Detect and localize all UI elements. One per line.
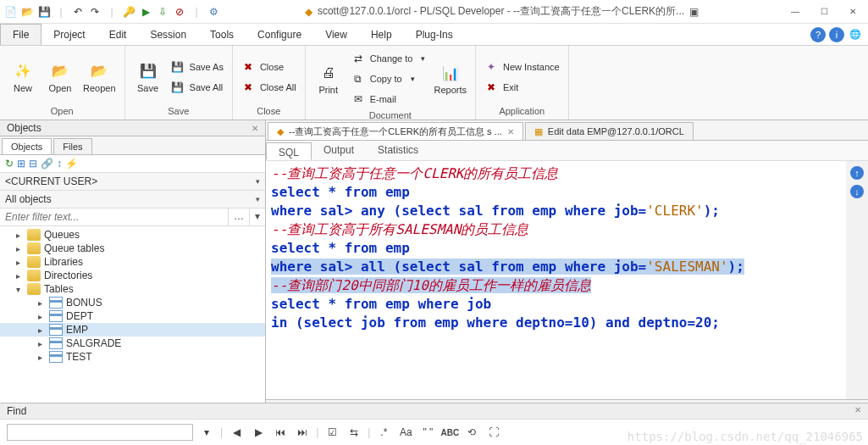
table-icon xyxy=(49,297,63,309)
reports-icon: 📊 xyxy=(440,63,461,83)
tab-files[interactable]: Files xyxy=(53,138,91,154)
find-input[interactable] xyxy=(7,424,193,441)
table-icon xyxy=(49,310,63,322)
web-icon[interactable]: 🌐 xyxy=(848,27,863,42)
highlight-all-icon[interactable]: ☑ xyxy=(323,426,340,439)
save-all-button[interactable]: 💾Save All xyxy=(171,78,224,97)
objects-close[interactable]: ✕ xyxy=(252,124,258,133)
help-icon[interactable]: ? xyxy=(810,27,826,42)
email-button[interactable]: ✉E-mail xyxy=(351,90,426,108)
menu-file[interactable]: File xyxy=(0,24,41,45)
reopen-button[interactable]: 📂Reopen xyxy=(83,61,116,93)
qa-icon-rollback[interactable]: ⊘ xyxy=(173,5,186,19)
target-icon[interactable]: ⛶ xyxy=(485,426,502,439)
word-icon[interactable]: ABC xyxy=(441,426,458,439)
object-tree[interactable]: ▸Queues ▸Queue tables ▸Libraries ▸Direct… xyxy=(0,226,265,420)
subtab-statistics[interactable]: Statistics xyxy=(366,141,430,160)
change-icon: ⇄ xyxy=(351,52,365,65)
qa-icon-save[interactable]: 💾 xyxy=(37,5,51,19)
filter-dropdown[interactable]: ▾ xyxy=(249,209,265,225)
tree-node-directories[interactable]: ▸Directories xyxy=(0,269,265,282)
menu-plugins[interactable]: Plug-Ins xyxy=(404,24,465,45)
find-last[interactable]: ⏭ xyxy=(294,426,311,439)
tab-close-icon[interactable]: ✕ xyxy=(507,127,514,136)
tree-table-test[interactable]: ▸TEST xyxy=(0,350,265,364)
qa-icon-run[interactable]: ▶ xyxy=(139,5,152,19)
qa-icon-sep3: | xyxy=(190,5,203,19)
copy-to-button[interactable]: ⧉Copy to▾ xyxy=(351,70,426,88)
doc-tab-edit-data[interactable]: ▦Edit data EMP@127.0.0.1/ORCL xyxy=(525,122,694,140)
close-all-button[interactable]: ✖Close All xyxy=(241,78,296,97)
change-to-button[interactable]: ⇄Change to▾ xyxy=(351,49,426,68)
open-button[interactable]: 📂Open xyxy=(46,61,75,93)
case-icon[interactable]: Aa xyxy=(397,426,414,439)
qa-icon-tools[interactable]: ⚙ xyxy=(207,5,220,19)
tree-node-queues[interactable]: ▸Queues xyxy=(0,228,265,242)
doc-tab-sql[interactable]: ◆--查询工资高于任意一个CLERK的所有员工信息 s ...✕ xyxy=(268,122,523,140)
exit-button[interactable]: ✖Exit xyxy=(484,78,560,97)
tree-table-salgrade[interactable]: ▸SALGRADE xyxy=(0,337,265,350)
filter-input[interactable] xyxy=(0,209,228,225)
menu-help[interactable]: Help xyxy=(359,24,404,45)
menu-project[interactable]: Project xyxy=(41,24,97,45)
new-button[interactable]: ✨New xyxy=(8,61,37,93)
sort-icon[interactable]: ↕ xyxy=(57,158,62,170)
objects-dropdown[interactable]: All objects▾ xyxy=(0,191,265,208)
reopen-icon: 📂 xyxy=(89,61,109,81)
find-next[interactable]: ▶ xyxy=(250,426,267,439)
tree-node-libraries[interactable]: ▸Libraries xyxy=(0,255,265,269)
replace-icon[interactable]: ⇆ xyxy=(346,426,362,439)
qa-icon-commit[interactable]: ⇩ xyxy=(156,5,169,19)
ribbon-group-application: Application xyxy=(484,104,560,118)
menu-session[interactable]: Session xyxy=(138,24,198,45)
regex-icon[interactable]: .* xyxy=(375,426,392,439)
find-close[interactable]: ✕ xyxy=(854,405,861,417)
find-dropdown[interactable]: ▾ xyxy=(198,426,215,439)
menu-tools[interactable]: Tools xyxy=(198,24,246,45)
save-as-button[interactable]: 💾Save As xyxy=(171,58,224,76)
qa-icon-undo[interactable]: ↶ xyxy=(71,5,85,19)
tree-table-dept[interactable]: ▸DEPT xyxy=(0,309,265,323)
save-button[interactable]: 💾Save xyxy=(134,61,163,93)
sql-editor[interactable]: --查询工资高于任意一个CLERK的所有员工信息 select * from e… xyxy=(266,161,846,399)
max-button[interactable]: ☐ xyxy=(812,3,836,20)
new-instance-button[interactable]: ✦New Instance xyxy=(484,58,560,76)
tree-node-queue-tables[interactable]: ▸Queue tables xyxy=(0,242,265,255)
folder-icon xyxy=(27,270,41,281)
close-button[interactable]: ✕ xyxy=(841,3,865,20)
tree-table-bonus[interactable]: ▸BONUS xyxy=(0,296,265,309)
refresh-icon[interactable]: ↻ xyxy=(5,158,14,170)
link-icon[interactable]: 🔗 xyxy=(41,158,53,170)
filter-icon[interactable]: ⚡ xyxy=(65,158,78,170)
save-all-icon: 💾 xyxy=(171,81,185,94)
info-icon[interactable]: i xyxy=(829,27,844,42)
qa-icon-key[interactable]: 🔑 xyxy=(122,5,135,19)
quote-icon[interactable]: " " xyxy=(419,426,436,439)
qa-icon-new[interactable]: 📄 xyxy=(3,5,17,19)
subtab-sql[interactable]: SQL xyxy=(266,142,312,160)
collapse-icon[interactable]: ⊟ xyxy=(29,158,37,170)
nav-up-icon[interactable]: ↑ xyxy=(850,166,864,180)
nav-down-icon[interactable]: ↓ xyxy=(850,185,864,198)
menu-configure[interactable]: Configure xyxy=(246,24,313,45)
back-icon[interactable]: ⟲ xyxy=(463,426,480,439)
subtab-output[interactable]: Output xyxy=(312,141,366,160)
folder-icon xyxy=(27,229,41,241)
qa-icon-redo[interactable]: ↷ xyxy=(88,5,102,19)
reports-button[interactable]: 📊Reports xyxy=(434,63,467,95)
data-icon: ▦ xyxy=(534,126,543,137)
user-dropdown[interactable]: <CURRENT USER>▾ xyxy=(0,173,265,190)
tree-table-emp[interactable]: ▸EMP xyxy=(0,323,265,337)
tree-node-tables[interactable]: ▾Tables xyxy=(0,282,265,296)
find-prev[interactable]: ◀ xyxy=(228,426,245,439)
menu-view[interactable]: View xyxy=(313,24,359,45)
find-first[interactable]: ⏮ xyxy=(272,426,289,439)
menu-edit[interactable]: Edit xyxy=(97,24,139,45)
print-button[interactable]: 🖨Print xyxy=(314,63,343,95)
tab-objects[interactable]: Objects xyxy=(2,138,52,154)
min-button[interactable]: — xyxy=(783,3,807,20)
close-tab-button[interactable]: ✖Close xyxy=(241,58,296,76)
expand-icon[interactable]: ⊞ xyxy=(17,158,25,170)
filter-more[interactable]: … xyxy=(228,209,249,225)
qa-icon-open[interactable]: 📂 xyxy=(20,5,34,19)
